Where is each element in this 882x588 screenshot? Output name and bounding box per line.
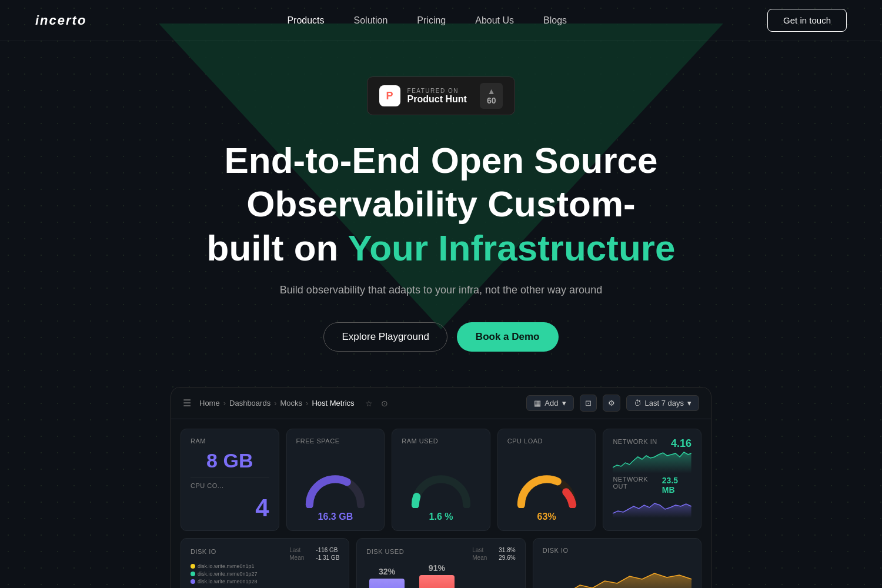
cpu-load-gauge: 63% — [507, 449, 586, 522]
ram-used-label: RAM Used — [402, 437, 480, 445]
main-nav: incerto Products Solution Pricing About … — [0, 0, 882, 41]
ph-text: FEATURED ON Product Hunt — [407, 88, 467, 105]
free-space-label: Free Space — [296, 437, 375, 445]
nav-solution[interactable]: Solution — [354, 15, 388, 25]
book-demo-button[interactable]: Book a Demo — [457, 322, 559, 352]
free-space-value: 16.3 GB — [318, 512, 353, 522]
ram-used-gauge: 1.6 % — [402, 449, 480, 522]
disk-used-stats: Last Mean 31.8% 29.6% — [472, 547, 515, 561]
ram-used-card: RAM Used 1.6 % — [392, 429, 490, 531]
disk-io-card: Disk IO Last Mean -116 GB -1.31 GB — [181, 538, 349, 588]
ram-value: 8 GB — [191, 449, 269, 472]
time-label: Last 7 days — [645, 399, 684, 407]
breadcrumb-dashboards[interactable]: Dashboards — [229, 399, 270, 407]
breadcrumb-home[interactable]: Home — [199, 399, 220, 407]
disk-used-card: Disk Used Last Mean 31.8% 29.6% — [356, 538, 525, 588]
disk-io-stats: Last Mean -116 GB -1.31 GB — [289, 547, 339, 561]
ph-votes: ▲ 60 — [480, 83, 503, 109]
hero-subtitle: Build observability that adapts to your … — [280, 284, 602, 296]
add-button[interactable]: ▦ Add ▾ — [526, 395, 573, 411]
hero-title: End-to-End Open Source Observability Cus… — [147, 139, 735, 270]
disk-io2-header: Disk IO — [543, 547, 691, 559]
disk-io2-card: Disk IO — [533, 538, 701, 588]
disk-io2-label: Disk IO — [543, 547, 569, 554]
ph-arrow-icon: ▲ — [487, 86, 496, 96]
nav-blogs[interactable]: Blogs — [543, 15, 567, 25]
settings-icon-button[interactable]: ⚙ — [603, 395, 620, 412]
dashboard-breadcrumb: Home › Dashboards › Mocks › Host Metrics — [199, 399, 355, 407]
disk-legend-2: disk.io.write.nvme0n1p27 — [191, 571, 339, 577]
save-icon-button[interactable]: ⊡ — [580, 395, 597, 412]
ram-card: RAM 8 GB CPU Co... 4 — [181, 429, 279, 531]
network-out-label: Network out — [613, 476, 662, 490]
hamburger-icon[interactable]: ☰ — [183, 397, 191, 409]
nav-pricing[interactable]: Pricing — [417, 15, 446, 25]
hero-title-highlight: Your Infrastructure — [348, 228, 675, 268]
breadcrumb-host-metrics[interactable]: Host Metrics — [312, 399, 354, 407]
product-hunt-badge[interactable]: P FEATURED ON Product Hunt ▲ 60 — [367, 76, 516, 115]
ph-featured-label: FEATURED ON — [407, 88, 467, 94]
cpu-load-value: 63% — [537, 512, 556, 522]
hero-section: P FEATURED ON Product Hunt ▲ 60 End-to-E… — [0, 41, 882, 588]
disk-legend-3: disk.io.write.nvme0n1p28 — [191, 579, 339, 584]
metrics-row: RAM 8 GB CPU Co... 4 Free Space 16.3 GB — [181, 429, 701, 531]
ph-icon: P — [379, 85, 400, 106]
time-range-button[interactable]: ⏱ Last 7 days ▾ — [626, 395, 700, 411]
hero-title-line1: End-to-End Open Source Observability Cus… — [224, 140, 657, 224]
share-icon[interactable]: ⊙ — [381, 399, 388, 408]
free-space-gauge: 16.3 GB — [296, 449, 375, 522]
breadcrumb-mocks[interactable]: Mocks — [280, 399, 302, 407]
dashboard-content: RAM 8 GB CPU Co... 4 Free Space 16.3 GB — [171, 419, 711, 588]
get-in-touch-button[interactable]: Get in touch — [767, 9, 847, 32]
disk-io-header: Disk IO Last Mean -116 GB -1.31 GB — [191, 547, 339, 561]
bar-chart-icon: ▦ — [534, 399, 541, 407]
bottom-charts-row: Disk IO Last Mean -116 GB -1.31 GB — [181, 538, 701, 588]
ram-label: RAM — [191, 437, 269, 445]
add-label: Add — [544, 399, 558, 407]
disk-used-header: Disk Used Last Mean 31.8% 29.6% — [366, 547, 515, 561]
dashboard-mockup: ☰ Home › Dashboards › Mocks › Host Metri… — [171, 387, 711, 588]
cpu-load-label: CPU Load — [507, 437, 586, 445]
network-in-card: Network in 4.16 — [603, 429, 701, 531]
breadcrumb-sep3: › — [306, 399, 308, 407]
free-space-card: Free Space 16.3 GB — [286, 429, 385, 531]
time-dropdown-icon: ▾ — [687, 399, 691, 407]
cpu-load-card: CPU Load 63% — [497, 429, 596, 531]
disk-used-label: Disk Used — [366, 548, 404, 555]
dashboard-nav: ☰ Home › Dashboards › Mocks › Host Metri… — [171, 387, 711, 419]
nav-about[interactable]: About Us — [475, 15, 514, 25]
network-in-label: Network in — [613, 438, 657, 445]
clock-icon: ⏱ — [634, 399, 642, 407]
ph-name: Product Hunt — [407, 94, 467, 105]
network-in-value: 4.16 — [671, 437, 691, 450]
explore-playground-button[interactable]: Explore Playground — [323, 322, 447, 352]
ph-count: 60 — [487, 96, 496, 105]
dropdown-arrow-icon: ▾ — [562, 399, 566, 407]
cpu-value: 4 — [191, 494, 269, 522]
disk-io-label: Disk IO — [191, 548, 216, 555]
star-icon[interactable]: ☆ — [365, 399, 373, 408]
network-out-value: 23.5 MB — [662, 476, 691, 495]
dashboard-nav-right: ▦ Add ▾ ⊡ ⚙ ⏱ Last 7 days ▾ — [526, 395, 699, 412]
logo: incerto — [35, 13, 86, 28]
breadcrumb-sep1: › — [223, 399, 226, 407]
breadcrumb-sep2: › — [274, 399, 276, 407]
disk-legend-1: disk.io.write.nvme0n1p1 — [191, 563, 339, 569]
nav-links: Products Solution Pricing About Us Blogs — [287, 15, 567, 26]
nav-products[interactable]: Products — [287, 15, 324, 25]
cpu-co-label: CPU Co... — [191, 482, 269, 489]
ram-used-value: 1.6 % — [429, 512, 453, 522]
hero-title-line2: built on — [207, 228, 348, 268]
cta-buttons: Explore Playground Book a Demo — [323, 322, 558, 352]
